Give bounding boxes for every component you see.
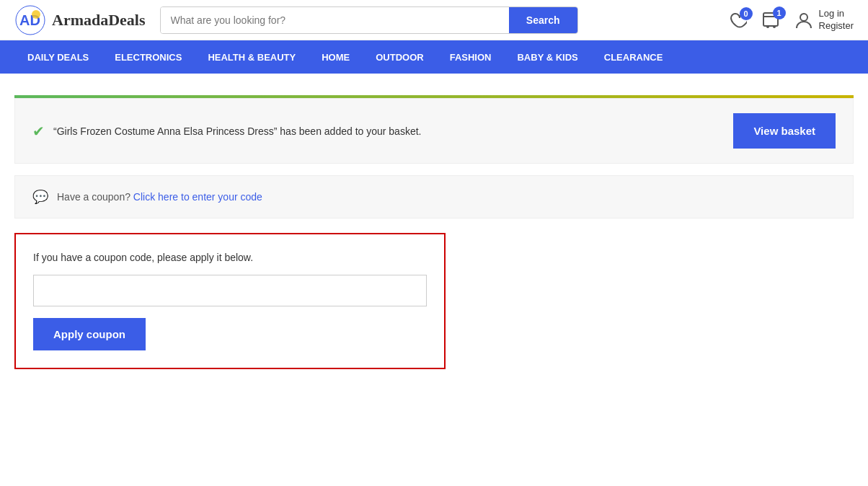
wishlist-icon-wrapper[interactable]: 0 <box>728 12 747 29</box>
apply-coupon-button[interactable]: Apply coupon <box>33 318 146 350</box>
check-icon: ✔ <box>32 123 45 140</box>
svg-point-2 <box>32 10 40 19</box>
success-message: “Girls Frozen Costume Anna Elsa Princess… <box>53 125 421 137</box>
success-left: ✔ “Girls Frozen Costume Anna Elsa Prince… <box>32 123 421 140</box>
search-input[interactable] <box>161 7 509 33</box>
coupon-code-input[interactable] <box>33 275 427 306</box>
logo-text: ArmadaDeals <box>52 11 146 30</box>
logo[interactable]: AD ArmadaDeals <box>14 4 146 36</box>
logo-icon: AD <box>14 4 46 36</box>
nav-item-outdoor[interactable]: OUTDOOR <box>363 40 436 74</box>
cart-icon-wrapper[interactable]: 1 <box>761 11 780 30</box>
register-label: Register <box>819 20 854 32</box>
svg-point-4 <box>766 25 769 28</box>
search-button[interactable]: Search <box>509 7 577 33</box>
coupon-form: If you have a coupon code, please apply … <box>14 233 446 369</box>
nav-item-clearance[interactable]: CLEARANCE <box>591 40 676 74</box>
search-area: Search <box>160 6 578 34</box>
nav-item-daily-deals[interactable]: DAILY DEALS <box>14 40 102 74</box>
coupon-prompt-text: Have a coupon? Click here to enter your … <box>57 191 262 203</box>
main-nav: DAILY DEALS ELECTRONICS HEALTH & BEAUTY … <box>0 40 868 74</box>
coupon-link[interactable]: Click here to enter your code <box>133 191 262 203</box>
view-basket-button[interactable]: View basket <box>733 113 836 149</box>
svg-point-6 <box>800 14 807 21</box>
nav-item-baby-kids[interactable]: BABY & KIDS <box>504 40 590 74</box>
coupon-form-description: If you have a coupon code, please apply … <box>33 252 427 263</box>
header-icons: 0 1 Log in Register <box>728 8 854 32</box>
cart-badge: 1 <box>773 6 786 19</box>
nav-item-health-beauty[interactable]: HEALTH & BEAUTY <box>195 40 309 74</box>
svg-point-5 <box>773 25 776 28</box>
account-area[interactable]: Log in Register <box>794 8 854 32</box>
nav-item-home[interactable]: HOME <box>309 40 363 74</box>
login-label: Log in <box>819 8 854 20</box>
nav-item-electronics[interactable]: ELECTRONICS <box>102 40 195 74</box>
account-text: Log in Register <box>819 8 854 32</box>
success-notice: ✔ “Girls Frozen Costume Anna Elsa Prince… <box>14 98 854 164</box>
account-icon <box>794 11 813 30</box>
header: AD ArmadaDeals Search 0 1 <box>0 0 868 40</box>
chat-icon: 💬 <box>32 189 48 205</box>
nav-item-fashion[interactable]: FASHION <box>437 40 505 74</box>
coupon-notice: 💬 Have a coupon? Click here to enter you… <box>14 175 854 218</box>
wishlist-badge: 0 <box>740 7 753 20</box>
main-content: ✔ “Girls Frozen Costume Anna Elsa Prince… <box>0 74 868 391</box>
